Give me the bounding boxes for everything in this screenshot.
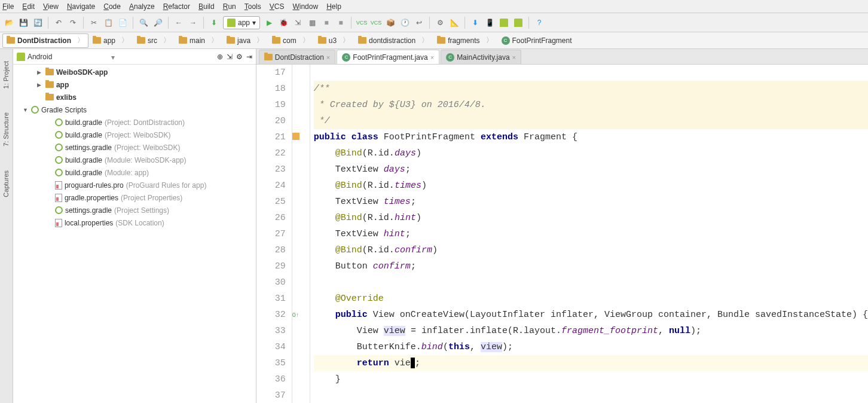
sdk-manager-icon[interactable]: ⬇ [470, 17, 481, 28]
coverage-icon[interactable]: ▦ [307, 17, 317, 28]
copy-icon[interactable]: 📋 [103, 17, 114, 28]
close-tab-icon[interactable]: × [326, 54, 330, 61]
breadcrumb-src[interactable]: src [133, 33, 175, 48]
code-line-32[interactable]: public View onCreateView(LayoutInflater … [314, 307, 868, 323]
open-icon[interactable]: 📂 [4, 17, 14, 28]
breadcrumb-app[interactable]: app [88, 33, 133, 48]
code-content[interactable]: /** * Created by ${U3} on 2016/4/8. */pu… [310, 65, 868, 403]
tree-item-build-gradle[interactable]: build.gradle (Project: DontDistraction) [13, 116, 256, 129]
tree-item-build-gradle[interactable]: build.gradle (Module: app) [13, 166, 256, 179]
menu-help[interactable]: Help [326, 2, 341, 11]
tree-item-local-properties[interactable]: local.properties (SDK Location) [13, 216, 256, 229]
expand-arrow[interactable]: ▶ [37, 69, 43, 75]
tool-button----structure[interactable]: 7: Structure [2, 112, 10, 146]
tool-button-captures[interactable]: Captures [2, 170, 10, 197]
android-monitor2-icon[interactable] [513, 17, 524, 28]
override-icon[interactable]: O↑ [292, 312, 299, 319]
editor-tab-dontdistraction[interactable]: DontDistraction× [259, 50, 335, 64]
breadcrumb-u3[interactable]: u3 [314, 33, 354, 48]
code-line-17[interactable] [314, 65, 868, 81]
project-tree[interactable]: ▶WeiboSDK-app▶appexlibs▼Gradle Scriptsbu… [13, 65, 256, 403]
tree-item-build-gradle[interactable]: build.gradle (Module: WeiboSDK-app) [13, 154, 256, 166]
tool-button----project[interactable]: 1: Project [2, 61, 10, 88]
code-editor[interactable]: 1718192021222324252627282930313233343536… [256, 65, 868, 403]
code-line-22[interactable]: @Bind(R.id.days) [314, 145, 868, 161]
replace-icon[interactable]: 🔎 [152, 17, 163, 28]
tree-item-exlibs[interactable]: exlibs [13, 91, 256, 103]
code-line-31[interactable]: @Override [314, 291, 868, 307]
scroll-from-source-icon[interactable]: ⊕ [217, 53, 223, 61]
menu-view[interactable]: View [43, 2, 59, 11]
code-line-30[interactable] [314, 274, 868, 291]
vcs-update-icon[interactable]: VCS [371, 17, 381, 28]
breadcrumb-java[interactable]: java [222, 33, 268, 48]
redo-icon[interactable]: ↷ [68, 17, 78, 28]
code-line-26[interactable]: @Bind(R.id.hint) [314, 210, 868, 226]
help-icon[interactable]: ? [534, 17, 545, 28]
editor-tab-mainactivity-java[interactable]: CMainActivity.java× [441, 50, 521, 64]
breadcrumb-dontdistraction[interactable]: DontDistraction [2, 33, 88, 48]
menu-tools[interactable]: Tools [244, 2, 261, 11]
stop2-icon[interactable]: ■ [335, 17, 346, 28]
debug-icon[interactable]: 🐞 [278, 17, 289, 28]
code-line-34[interactable]: ButterKnife.bind(this, view); [314, 339, 868, 355]
cut-icon[interactable]: ✂ [88, 17, 99, 28]
code-line-37[interactable] [314, 387, 868, 403]
hide-panel-icon[interactable]: ⇥ [246, 53, 252, 61]
breadcrumb-com[interactable]: com [268, 33, 314, 48]
code-line-33[interactable]: View view = inflater.inflate(R.layout.fr… [314, 323, 868, 339]
undo-icon[interactable]: ↶ [53, 17, 64, 28]
code-line-21[interactable]: public class FootPrintFragment extends F… [314, 129, 868, 145]
android-monitor-icon[interactable] [499, 17, 509, 28]
run-configuration-selector[interactable]: app ▾ [223, 16, 260, 29]
stop-icon[interactable]: ■ [321, 17, 332, 28]
tree-item-gradle-properties[interactable]: gradle.properties (Project Properties) [13, 191, 256, 204]
breadcrumb-footprintfragment[interactable]: CFootPrintFragment [497, 33, 582, 48]
tree-item-weibosdk-app[interactable]: ▶WeiboSDK-app [13, 66, 256, 78]
code-line-27[interactable]: TextView hint; [314, 226, 868, 242]
menu-code[interactable]: Code [103, 2, 121, 11]
vcs-history-icon[interactable]: 🕐 [399, 17, 410, 28]
editor-tab-footprintfragment-java[interactable]: CFootPrintFragment.java× [337, 50, 439, 64]
menu-navigate[interactable]: Navigate [67, 2, 95, 11]
breadcrumb-dontdistraction[interactable]: dontdistraction [354, 33, 433, 48]
settings-icon[interactable]: ⚙ [435, 17, 445, 28]
vcs-commit-icon[interactable]: 📦 [385, 17, 396, 28]
make-icon[interactable]: ⬇ [209, 17, 219, 28]
vcs-revert-icon[interactable]: ↩ [414, 17, 424, 28]
close-tab-icon[interactable]: × [512, 54, 516, 61]
code-line-20[interactable]: */ [314, 113, 868, 129]
code-line-24[interactable]: @Bind(R.id.times) [314, 178, 868, 194]
tree-item-build-gradle[interactable]: build.gradle (Project: WeiboSDK) [13, 129, 256, 141]
find-icon[interactable]: 🔍 [138, 17, 149, 28]
tree-item-proguard-rules-pro[interactable]: proguard-rules.pro (ProGuard Rules for a… [13, 179, 256, 191]
breadcrumb-main[interactable]: main [175, 33, 222, 48]
project-view-selector[interactable]: Android [17, 53, 108, 61]
expand-arrow[interactable]: ▼ [23, 107, 29, 113]
tree-item-gradle-scripts[interactable]: ▼Gradle Scripts [13, 103, 256, 116]
gear-icon[interactable]: ⚙ [236, 53, 243, 61]
menu-build[interactable]: Build [198, 2, 215, 11]
code-line-25[interactable]: TextView times; [314, 194, 868, 210]
back-icon[interactable]: ← [173, 17, 184, 28]
run-icon[interactable]: ▶ [264, 17, 274, 28]
sync-icon[interactable]: 🔄 [32, 17, 43, 28]
collapse-icon[interactable]: ⇲ [227, 53, 233, 61]
warning-icon[interactable] [292, 133, 299, 140]
save-icon[interactable]: 💾 [18, 17, 29, 28]
forward-icon[interactable]: → [188, 17, 198, 28]
code-line-19[interactable]: * Created by ${U3} on 2016/4/8. [314, 97, 868, 113]
code-line-18[interactable]: /** [314, 81, 868, 97]
tree-item-settings-gradle[interactable]: settings.gradle (Project: WeiboSDK) [13, 141, 256, 154]
expand-arrow[interactable]: ▶ [37, 82, 43, 88]
code-line-28[interactable]: @Bind(R.id.confirm) [314, 242, 868, 258]
menu-refactor[interactable]: Refactor [163, 2, 190, 11]
menu-analyze[interactable]: Analyze [129, 2, 155, 11]
close-tab-icon[interactable]: × [430, 54, 434, 61]
code-line-23[interactable]: TextView days; [314, 161, 868, 178]
code-line-29[interactable]: Button confirm; [314, 258, 868, 274]
paste-icon[interactable]: 📄 [117, 17, 128, 28]
attach-icon[interactable]: ⇲ [292, 17, 303, 28]
menu-edit[interactable]: Edit [22, 2, 35, 11]
menu-vcs[interactable]: VCS [270, 2, 285, 11]
